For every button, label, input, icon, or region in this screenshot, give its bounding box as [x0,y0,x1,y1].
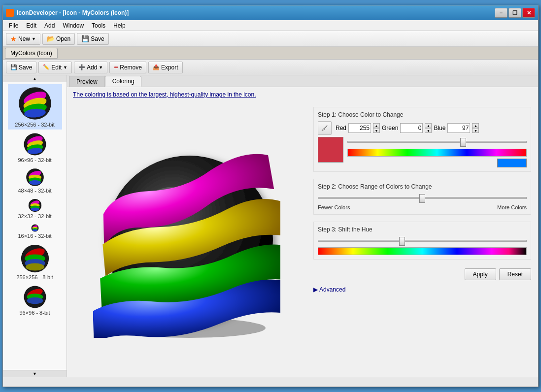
menu-file[interactable]: File [5,21,22,30]
step1-title: Step 1: Choose Color to Change [318,111,527,118]
icon-label-3: 32×32 - 32-bit [18,213,51,219]
main-icon-preview [93,141,280,338]
blue-input[interactable] [447,123,470,133]
main-toolbar: ★ New ▼ 📂 Open 💾 Save [3,31,538,47]
green-label: Green [382,125,398,131]
save-button[interactable]: 💾 Save [77,33,108,45]
range-slider[interactable] [318,193,527,203]
fewer-label: Fewer Colors [318,204,350,210]
sidebar-item-0[interactable]: 256×256 - 32-bit [8,84,62,130]
add-button[interactable]: ➕ Add ▼ [74,62,107,73]
add-icon: ➕ [78,64,85,70]
fewer-more-row: Fewer Colors More Colors [318,204,527,210]
step3-section: Step 3: Shift the Hue [313,222,531,260]
more-label: More Colors [497,204,527,210]
save2-icon: 💾 [10,64,17,70]
advanced-row: ▶ Advanced [313,284,531,295]
icon-label-5: 256×256 - 8-bit [16,274,53,280]
menubar: File Edit Add Window Tools Help [3,20,538,31]
restore-button[interactable]: ❐ [508,8,521,18]
step2-title: Step 2: Choose Range of Colors to Change [318,183,527,190]
edit-button[interactable]: ✏️ Edit ▼ [38,62,72,73]
coloring-panel: Step 1: Choose Color to Change [306,102,538,377]
export-icon: 📤 [153,64,160,70]
new-dropdown-icon[interactable]: ▼ [32,36,36,41]
target-color-row [347,159,527,167]
doc-tab-bar: MyColors (Icon) [3,47,538,60]
advanced-link[interactable]: ▶ Advanced [313,286,531,293]
app-icon [6,9,14,17]
green-input[interactable] [400,123,423,133]
icon-preview-3 [28,198,42,212]
sidebar-item-3[interactable]: 32×32 - 32-bit [8,196,62,221]
icon-preview-0 [18,86,52,121]
doc-tab-mycolors[interactable]: MyColors (Icon) [5,48,58,59]
remove-icon: ⬅ [114,64,118,70]
preview-coloring-area: Step 1: Choose Color to Change [67,102,538,377]
add-dropdown-icon[interactable]: ▼ [99,65,103,70]
hue-shift-slider[interactable] [318,236,527,246]
svg-point-19 [31,207,39,211]
blue-label: Blue [434,125,445,131]
color-hue-slider[interactable] [347,137,527,147]
red-label: Red [336,125,346,131]
open-button[interactable]: 📂 Open [42,33,75,45]
minimize-button[interactable]: − [495,8,507,18]
menu-tools[interactable]: Tools [88,21,109,30]
export-button[interactable]: 📤 Export [148,62,183,73]
red-spinner: ▲ ▼ [373,123,380,133]
apply-button[interactable]: Apply [465,268,496,280]
title-bar: IconDeveloper - [Icon - MyColors (Icon)]… [3,5,538,20]
tab-coloring[interactable]: Coloring [105,76,142,87]
sidebar-scroll-up[interactable]: ▲ [3,75,67,82]
sidebar-item-5[interactable]: 256×256 - 8-bit [8,242,62,282]
new-button[interactable]: ★ New ▼ [6,33,40,45]
red-input[interactable] [348,123,371,133]
rgb-inputs: Red ▲ ▼ Green ▲ ▼ [336,123,479,133]
step2-section: Step 2: Choose Range of Colors to Change… [313,179,531,215]
save2-button[interactable]: 💾 Save [6,62,36,73]
main-content: ▲ 256×256 - 32-bit [3,75,538,377]
red-spin-down[interactable]: ▼ [373,128,380,133]
action-row: Apply Reset [313,268,531,280]
window-controls: − ❐ ✕ [495,8,535,18]
sidebar-item-4[interactable]: 16×16 - 32-bit [8,222,62,241]
svg-point-29 [26,263,44,270]
blue-spin-down[interactable]: ▼ [472,128,479,133]
save-icon: 💾 [81,35,89,42]
svg-point-38 [322,130,324,131]
status-bar [3,377,538,387]
icon-label-2: 48×48 - 32-bit [18,188,51,194]
icon-preview-1 [23,132,47,156]
step1-controls: Red ▲ ▼ Green ▲ ▼ [318,121,527,135]
eyedropper-button[interactable] [318,121,332,135]
sidebar-items: 256×256 - 32-bit 96×96 - 32-bit [3,82,67,370]
step3-title: Step 3: Shift the Hue [318,226,527,233]
sidebar-scroll-down[interactable]: ▼ [3,370,67,377]
icon-preview-4 [31,224,39,232]
menu-window[interactable]: Window [59,21,88,30]
reset-button[interactable]: Reset [499,268,531,280]
content-area: Preview Coloring The coloring is based o… [67,75,538,377]
sidebar-item-2[interactable]: 48×48 - 32-bit [8,166,62,196]
info-text: The coloring is based on the largest, hi… [67,87,538,102]
icon-preview-2 [26,168,44,187]
sidebar-item-6[interactable]: 96×96 - 8-bit [8,283,62,318]
main-window: IconDeveloper - [Icon - MyColors (Icon)]… [2,5,539,387]
tab-preview[interactable]: Preview [69,76,105,87]
menu-add[interactable]: Add [40,21,59,30]
green-spin-down[interactable]: ▼ [425,128,432,133]
green-spin-up[interactable]: ▲ [425,123,432,128]
sidebar-item-1[interactable]: 96×96 - 32-bit [8,131,62,165]
close-button[interactable]: ✕ [522,8,535,18]
icon-label-6: 96×96 - 8-bit [19,310,50,316]
menu-help[interactable]: Help [109,21,130,30]
edit-dropdown-icon[interactable]: ▼ [63,65,68,70]
red-spin-up[interactable]: ▲ [373,123,380,128]
icon-preview-5 [20,244,50,273]
blue-spin-up[interactable]: ▲ [472,123,479,128]
rainbow-bar [347,149,527,157]
menu-edit[interactable]: Edit [22,21,40,30]
remove-button[interactable]: ⬅ Remove [109,62,146,73]
icon-label-0: 256×256 - 32-bit [15,122,54,128]
